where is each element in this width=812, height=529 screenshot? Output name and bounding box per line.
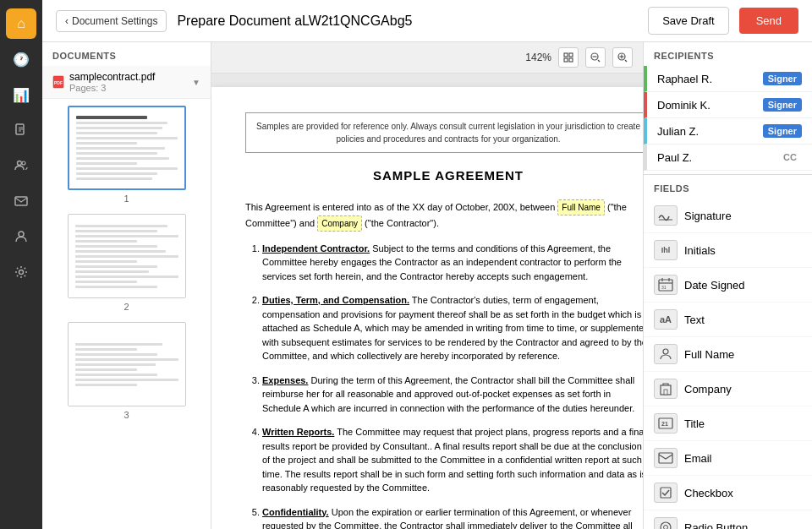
envelope-icon[interactable]: [6, 186, 36, 216]
svg-rect-31: [661, 488, 671, 498]
field-email[interactable]: Email: [644, 441, 812, 476]
thumb-image-3: [68, 322, 186, 406]
svg-line-18: [625, 60, 627, 62]
recipients-header: RECIPIENTS: [644, 42, 812, 66]
field-signature[interactable]: Signature: [644, 199, 812, 233]
recipient-name-julian: Julian Z.: [657, 125, 699, 138]
date-signed-label: Date Signed: [684, 279, 745, 292]
fit-page-button[interactable]: [558, 47, 579, 68]
field-text[interactable]: aA Text: [644, 303, 812, 337]
field-radio-button[interactable]: Radio Button: [644, 510, 812, 529]
doc-viewer[interactable]: 142% Samples are provided for reference …: [211, 42, 643, 529]
file-name: samplecontract.pdf: [69, 71, 187, 83]
svg-point-33: [664, 526, 668, 530]
main-area: ‹ Document Settings Prepare Document aLW…: [42, 0, 812, 529]
thumb-label-2: 2: [123, 302, 129, 312]
svg-line-14: [598, 60, 600, 62]
checkbox-icon: [654, 483, 678, 503]
svg-rect-9: [569, 53, 573, 57]
svg-text:PDF: PDF: [54, 80, 63, 85]
field-full-name[interactable]: Full Name: [644, 337, 812, 372]
svg-rect-30: [659, 453, 672, 463]
recipient-role-paul: CC: [778, 150, 802, 164]
recipient-julian[interactable]: Julian Z. Signer: [644, 118, 812, 145]
thumb-image-2: [68, 214, 186, 298]
zoom-level: 142%: [525, 52, 551, 63]
file-icon[interactable]: [6, 115, 36, 145]
thumbnail-page-3[interactable]: 3: [49, 322, 204, 420]
full-name-icon: [654, 344, 678, 364]
initials-icon: Ihl: [654, 240, 678, 260]
full-name-highlight[interactable]: Full Name: [557, 199, 605, 215]
home-icon[interactable]: ⌂: [6, 8, 36, 39]
sidebar: ⌂ 🕐 📊: [0, 0, 42, 529]
initials-label: Initials: [684, 244, 716, 257]
chevron-left-icon: ‹: [65, 15, 69, 27]
svg-text:31: 31: [661, 285, 667, 290]
notice-box: Samples are provided for reference only.…: [245, 112, 643, 153]
notice-text: Samples are provided for reference only.…: [256, 122, 640, 144]
chart-icon[interactable]: 📊: [6, 79, 36, 110]
section-4: Written Reports. The Committee may reque…: [262, 425, 643, 495]
recipient-name-raphael: Raphael R.: [657, 73, 712, 85]
clock-icon[interactable]: 🕐: [6, 44, 36, 74]
doc-file-row[interactable]: PDF samplecontract.pdf Pages: 3 ▼: [42, 66, 211, 99]
checkbox-label: Checkbox: [684, 487, 733, 499]
save-draft-button[interactable]: Save Draft: [648, 7, 728, 35]
doc-title: SAMPLE AGREEMENT: [245, 166, 643, 186]
field-title[interactable]: 21 Title: [644, 406, 812, 441]
section-2: Duties, Term, and Compensation. The Cont…: [262, 293, 643, 363]
recipient-dominik[interactable]: Dominik K. Signer: [644, 92, 812, 118]
doc-page: Samples are provided for reference only.…: [211, 87, 643, 529]
viewer-toolbar: 142%: [211, 42, 643, 74]
svg-point-25: [663, 349, 668, 354]
field-initials[interactable]: Ihl Initials: [644, 233, 812, 268]
back-label: Document Settings: [72, 15, 157, 27]
content-row: DOCUMENTS PDF samplecontract.pdf Pages: …: [42, 42, 812, 529]
radio-button-label: Radio Button: [684, 521, 748, 530]
thumb-label-3: 3: [123, 410, 129, 420]
svg-rect-11: [569, 58, 573, 62]
back-button[interactable]: ‹ Document Settings: [56, 10, 167, 32]
recipient-raphael[interactable]: Raphael R. Signer: [644, 66, 812, 92]
users-icon[interactable]: [6, 150, 36, 181]
person-icon[interactable]: [6, 221, 36, 252]
text-label: Text: [684, 314, 705, 326]
thumbnail-page-2[interactable]: 2: [49, 214, 204, 312]
signature-label: Signature: [684, 210, 732, 222]
send-button[interactable]: Send: [739, 8, 798, 34]
intro-text: This Agreement is entered into as of the…: [245, 202, 555, 212]
right-panel: RECIPIENTS Raphael R. Signer Dominik K. …: [643, 42, 812, 529]
field-checkbox[interactable]: Checkbox: [644, 476, 812, 510]
thumbnail-page-1[interactable]: 1: [49, 106, 204, 204]
field-date-signed[interactable]: 31 Date Signed: [644, 268, 812, 303]
recipient-name-paul: Paul Z.: [657, 151, 692, 164]
svg-text:21: 21: [661, 421, 668, 427]
zoom-in-button[interactable]: [612, 47, 633, 68]
settings-icon[interactable]: [6, 257, 36, 287]
fields-header: FIELDS: [644, 174, 812, 199]
title-label: Title: [684, 417, 705, 430]
zoom-out-button[interactable]: [585, 47, 606, 68]
date-signed-icon: 31: [654, 275, 678, 295]
recipient-role-julian: Signer: [763, 124, 802, 138]
svg-rect-27: [664, 390, 667, 395]
signature-icon: [654, 205, 678, 226]
documents-header: DOCUMENTS: [42, 42, 211, 66]
recipient-role-dominik: Signer: [763, 98, 802, 112]
svg-point-2: [22, 161, 25, 165]
svg-point-5: [19, 270, 24, 275]
recipient-role-raphael: Signer: [763, 72, 802, 85]
recipient-paul[interactable]: Paul Z. CC: [644, 145, 812, 171]
company-highlight[interactable]: Company: [317, 215, 362, 232]
full-name-label: Full Name: [684, 348, 734, 361]
recipient-name-dominik: Dominik K.: [657, 99, 710, 112]
documents-panel: DOCUMENTS PDF samplecontract.pdf Pages: …: [42, 42, 211, 529]
field-company[interactable]: Company: [644, 372, 812, 406]
email-label: Email: [684, 452, 712, 465]
thumb-image-1: [68, 106, 186, 190]
dropdown-arrow-icon[interactable]: ▼: [192, 78, 200, 87]
page-title: Prepare Document aLW2t1QNCGAbg5: [177, 14, 638, 29]
text-icon: aA: [654, 309, 678, 330]
doc-thumbnails: 1: [42, 99, 211, 529]
